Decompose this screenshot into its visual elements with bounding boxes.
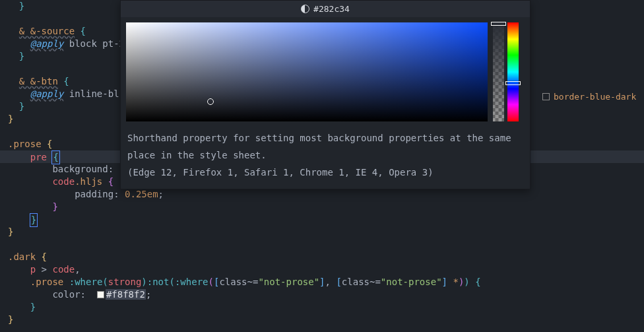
code-text: block pt-2: [63, 38, 125, 49]
open-brace: {: [475, 277, 480, 287]
selector-class: .dark: [8, 251, 36, 262]
open-brace: {: [42, 251, 47, 262]
property-description: Shorthand property for setting most back…: [127, 129, 523, 164]
open-brace: {: [63, 76, 69, 86]
selector-tag: code: [52, 264, 75, 275]
string: "not-prose": [381, 277, 442, 287]
color-swatch-icon[interactable]: [97, 291, 104, 298]
open-brace: {: [108, 176, 113, 187]
selector-tag: strong: [108, 277, 142, 287]
at-rule: @apply: [30, 88, 64, 99]
selector-class: .prose: [8, 139, 42, 149]
open-brace: {: [80, 26, 86, 36]
selector-tag: pre: [30, 152, 47, 162]
sv-handle[interactable]: [207, 98, 214, 105]
close-brace: }: [19, 101, 24, 112]
selector: & &-source: [19, 26, 75, 36]
empty-swatch-icon: [542, 93, 550, 100]
hue-handle[interactable]: [505, 81, 521, 85]
saturation-value-canvas[interactable]: [126, 22, 488, 121]
pseudo-func: :where: [69, 277, 103, 287]
close-brace: }: [52, 201, 57, 212]
operator: ~=: [247, 277, 259, 287]
combinator: >: [42, 264, 47, 275]
css-property: background: [52, 164, 108, 174]
selector-class: .prose: [30, 277, 64, 287]
open-brace: {: [47, 139, 52, 149]
selector-tag: code: [52, 176, 75, 187]
hint-text: border-blue-dark: [554, 90, 636, 103]
at-rule: @apply: [30, 38, 64, 49]
selector-class: .hljs: [75, 176, 102, 187]
alpha-handle[interactable]: [491, 22, 506, 26]
color-picker-popup: #282c34 Shorthand property for setting m…: [120, 0, 531, 189]
pseudo-func: :where: [175, 277, 209, 287]
minimap-hint: border-blue-dark: [542, 90, 636, 103]
hex-value: #f8f8f2: [106, 289, 146, 300]
css-property: color: [52, 289, 80, 300]
close-brace: }: [19, 51, 24, 61]
alpha-slider[interactable]: [493, 22, 504, 121]
browser-compat: (Edge 12, Firefox 1, Safari 1, Chrome 1,…: [127, 164, 523, 181]
attr-name: class: [342, 277, 370, 287]
attr-name: class: [219, 277, 247, 287]
close-brace: }: [19, 1, 24, 11]
pseudo-func: :not: [147, 277, 170, 287]
close-brace: }: [8, 226, 13, 237]
close-brace: }: [8, 314, 13, 325]
close-brace: }: [30, 302, 36, 312]
hue-slider[interactable]: [507, 22, 519, 121]
color-hex-label: #282c34: [313, 3, 350, 15]
open-brace: {: [51, 150, 59, 164]
contrast-icon: [301, 5, 309, 13]
close-brace: }: [30, 213, 38, 227]
operator: ~=: [370, 277, 381, 287]
string: "not-prose": [258, 277, 319, 287]
close-brace: }: [8, 114, 13, 124]
css-property: padding: [75, 189, 113, 199]
selector: & &-btn: [19, 76, 58, 86]
code-text: inline-bl: [63, 88, 119, 99]
color-picker-header[interactable]: #282c34: [121, 1, 530, 17]
star-selector: *: [453, 277, 458, 287]
css-value: 0.25em: [125, 189, 158, 199]
selector-tag: p: [30, 264, 36, 275]
